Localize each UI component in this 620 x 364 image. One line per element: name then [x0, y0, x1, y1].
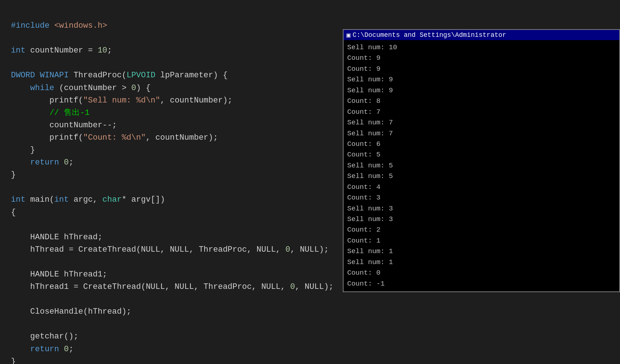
console-line: Sell num: 5 [347, 160, 616, 171]
console-line: Sell num: 3 [347, 214, 616, 225]
console-line: Count: 5 [347, 150, 616, 160]
line-return2: return 0; [11, 345, 74, 354]
console-line: Count: 9 [347, 53, 616, 63]
console-line: Count: 0 [347, 268, 616, 278]
console-line: Count: 1 [347, 236, 616, 246]
console-line: Count: 9 [347, 64, 616, 74]
line-include: #include <windows.h> [11, 21, 107, 30]
console-line: Count: 2 [347, 225, 616, 235]
line-func-brace: } [11, 170, 16, 179]
console-title: C:\Documents and Settings\Administrator [353, 31, 506, 39]
console-line: Count: 3 [347, 193, 616, 203]
console-line: Sell num: 7 [347, 128, 616, 139]
console-line: Sell num: 1 [347, 257, 616, 268]
line-comment: // 售出-1 [11, 108, 90, 117]
console-line: Sell num: 9 [347, 74, 616, 85]
console-line: Count: 8 [347, 96, 616, 107]
line-closehandle: CloseHandle(hThread); [11, 307, 131, 316]
line-handle1-decl: HANDLE hThread; [11, 233, 102, 242]
line-while-brace: } [11, 146, 35, 155]
line-main-brace-close: } [11, 357, 16, 364]
line-return1: return 0; [11, 158, 74, 167]
line-main: int main(int argc, char* argv[]) [11, 195, 165, 204]
console-line: Count: 6 [347, 139, 616, 150]
console-line: Count: 7 [347, 107, 616, 117]
line-printf2: printf("Count: %d\n", countNumber); [11, 133, 218, 142]
line-getchar: getchar(); [11, 332, 78, 341]
console-window: ▣ C:\Documents and Settings\Administrato… [343, 29, 620, 292]
line-decrement: countNumber--; [11, 121, 117, 130]
console-body: Sell num: 10Count: 9Count: 9Sell num: 9S… [344, 40, 619, 291]
line-handle2-decl: HANDLE hThread1; [11, 270, 107, 279]
line-printf1: printf("Sell num: %d\n", countNumber); [11, 96, 232, 105]
console-line: Count: -1 [347, 279, 616, 289]
line-var: int countNumber = 10; [11, 46, 112, 55]
console-line: Sell num: 9 [347, 85, 616, 96]
line-funcdef: DWORD WINAPI ThreadProc(LPVOID lpParamet… [11, 71, 228, 80]
line-createthread1: hThread = CreateThread(NULL, NULL, Threa… [11, 245, 329, 254]
console-icon: ▣ [346, 31, 350, 39]
console-line: Count: 4 [347, 182, 616, 193]
line-while: while (countNumber > 0) { [11, 84, 151, 93]
console-line: Sell num: 3 [347, 204, 616, 214]
console-titlebar: ▣ C:\Documents and Settings\Administrato… [344, 30, 619, 40]
console-line: Sell num: 10 [347, 42, 616, 53]
console-line: Sell num: 1 [347, 246, 616, 257]
line-createthread2: hThread1 = CreateThread(NULL, NULL, Thre… [11, 282, 334, 291]
console-line: Sell num: 5 [347, 171, 616, 182]
console-line: Sell num: 7 [347, 117, 616, 128]
line-main-brace-open: { [11, 208, 16, 217]
